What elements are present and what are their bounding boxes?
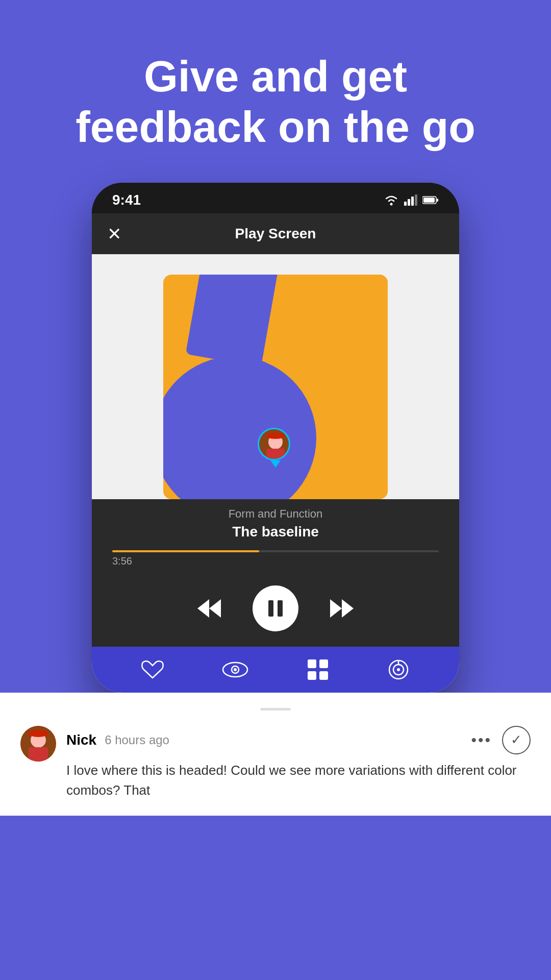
comment-author: Nick xyxy=(66,732,96,748)
check-icon: ✓ xyxy=(511,732,522,748)
comment-meta: Nick 6 hours ago ••• ✓ I love where this… xyxy=(66,726,531,800)
svg-rect-6 xyxy=(437,199,438,202)
svg-rect-3 xyxy=(411,197,414,206)
rewind-button[interactable] xyxy=(191,591,227,626)
wifi-icon xyxy=(384,194,399,206)
svg-marker-16 xyxy=(197,599,209,618)
progress-bar-background[interactable] xyxy=(112,550,439,552)
svg-point-24 xyxy=(234,668,237,671)
svg-point-31 xyxy=(397,668,400,671)
svg-marker-17 xyxy=(209,599,221,618)
signal-icon xyxy=(404,194,417,206)
commenter-avatar-svg xyxy=(20,726,56,762)
svg-rect-27 xyxy=(308,671,316,680)
headline-line1: Give and get xyxy=(144,52,407,101)
album-art-container xyxy=(92,254,459,499)
forward-icon xyxy=(329,598,355,619)
comment-actions: ••• ✓ xyxy=(471,726,531,754)
progress-time: 3:56 xyxy=(112,555,439,567)
svg-rect-13 xyxy=(266,449,285,460)
comment-row: Nick 6 hours ago ••• ✓ I love where this… xyxy=(20,726,531,800)
comment-time: 6 hours ago xyxy=(105,733,169,747)
user-pin xyxy=(258,428,293,469)
comment-author-row: Nick 6 hours ago ••• ✓ xyxy=(66,726,531,754)
battery-icon xyxy=(422,195,439,205)
grid-button[interactable] xyxy=(307,658,329,681)
track-info-bar: Form and Function The baseline xyxy=(92,499,459,546)
drag-handle[interactable] xyxy=(260,708,291,710)
status-bar: 9:41 xyxy=(92,183,459,213)
user-avatar-svg xyxy=(259,429,290,460)
commenter-avatar xyxy=(20,726,56,762)
content-area: Form and Function The baseline 3:56 xyxy=(92,254,459,693)
status-time: 9:41 xyxy=(112,192,141,208)
svg-rect-37 xyxy=(29,731,48,735)
user-pin-bubble xyxy=(258,428,290,460)
pause-icon xyxy=(265,598,286,619)
svg-rect-35 xyxy=(29,747,48,762)
svg-rect-26 xyxy=(319,659,328,668)
album-art xyxy=(163,275,388,499)
track-subtitle: Form and Function xyxy=(112,507,439,521)
svg-rect-19 xyxy=(278,600,283,617)
page-background: Give and get feedback on the go 9:41 xyxy=(0,0,551,980)
svg-marker-21 xyxy=(342,599,354,618)
comment-section: Nick 6 hours ago ••• ✓ I love where this… xyxy=(0,693,551,816)
user-pin-tail xyxy=(270,460,281,468)
headline-line2: feedback on the go xyxy=(76,102,475,151)
close-button[interactable]: ✕ xyxy=(107,224,121,244)
forward-button[interactable] xyxy=(324,591,360,626)
eye-button[interactable] xyxy=(222,660,248,679)
spiral-icon xyxy=(387,658,410,681)
progress-bar-fill xyxy=(112,550,259,552)
svg-rect-28 xyxy=(319,671,328,680)
svg-point-9 xyxy=(163,356,316,499)
svg-rect-25 xyxy=(308,659,316,668)
playback-controls xyxy=(92,575,459,647)
progress-section: 3:56 xyxy=(92,546,459,575)
svg-marker-20 xyxy=(330,599,342,618)
check-button[interactable]: ✓ xyxy=(502,726,531,754)
app-bar: ✕ Play Screen xyxy=(92,213,459,254)
headline: Give and get feedback on the go xyxy=(0,0,551,183)
svg-point-0 xyxy=(390,203,393,205)
track-title: The baseline xyxy=(112,524,439,540)
heart-icon xyxy=(141,659,164,680)
svg-rect-7 xyxy=(423,198,435,203)
svg-rect-8 xyxy=(186,275,279,368)
svg-marker-10 xyxy=(311,275,388,479)
grid-icon xyxy=(307,658,329,681)
svg-rect-15 xyxy=(266,433,285,437)
action-bar xyxy=(92,647,459,693)
comment-text: I love where this is headed! Could we se… xyxy=(66,761,531,800)
spiral-button[interactable] xyxy=(387,658,410,681)
rewind-icon xyxy=(196,598,222,619)
phone-mockup: 9:41 xyxy=(92,183,459,693)
svg-rect-2 xyxy=(408,199,410,206)
heart-button[interactable] xyxy=(141,659,164,680)
eye-icon xyxy=(222,660,248,679)
svg-rect-1 xyxy=(404,202,407,206)
more-options-button[interactable]: ••• xyxy=(471,731,492,749)
pause-button[interactable] xyxy=(253,585,298,631)
status-icons xyxy=(384,194,439,206)
svg-rect-4 xyxy=(415,194,417,206)
svg-rect-18 xyxy=(268,600,273,617)
app-bar-title: Play Screen xyxy=(235,226,316,242)
